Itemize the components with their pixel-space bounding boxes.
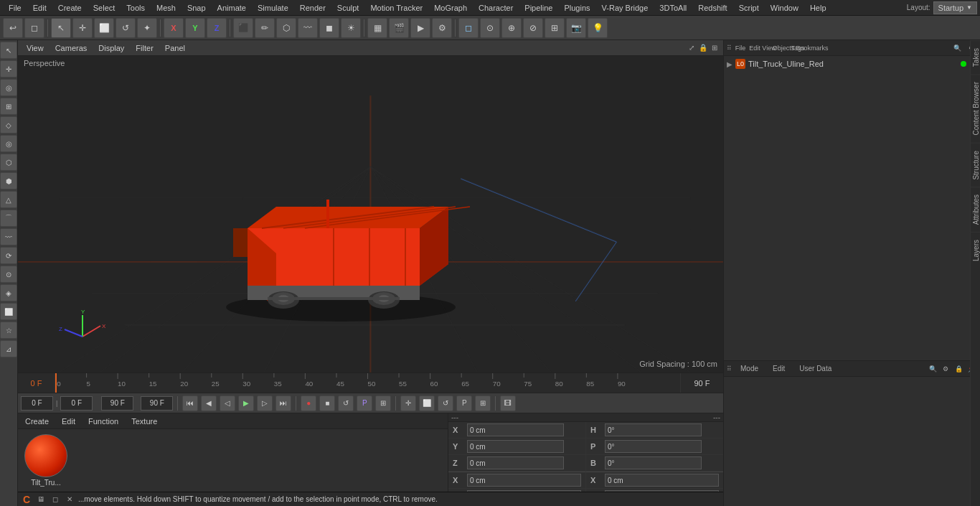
obj-header-bookmarks[interactable]: Bookmarks xyxy=(806,42,818,54)
frame-end2-input[interactable] xyxy=(141,396,173,411)
vp-menu-display[interactable]: Display xyxy=(93,42,130,54)
menu-mesh[interactable]: Mesh xyxy=(151,2,182,14)
left-tool-8[interactable]: ⬢ xyxy=(0,172,17,189)
coord-size-input-x[interactable] xyxy=(605,474,719,487)
frame-start-input[interactable] xyxy=(21,396,53,411)
menu-sculpt[interactable]: Sculpt xyxy=(331,2,365,14)
left-tool-6[interactable]: ◎ xyxy=(0,135,17,152)
obj-header-objects[interactable]: Objects xyxy=(778,42,789,54)
menu-render[interactable]: Render xyxy=(294,2,331,14)
vp-menu-view[interactable]: View xyxy=(21,42,50,54)
left-tool-10[interactable]: ⌒ xyxy=(0,210,17,227)
view-snapping-btn[interactable]: ⊕ xyxy=(501,18,522,38)
motion-clip-btn[interactable]: ⊞ xyxy=(375,395,391,411)
view-mirror-btn[interactable]: ⊘ xyxy=(523,18,543,38)
render-anim-btn[interactable]: ▶ xyxy=(410,18,430,38)
cam-btn[interactable]: ◼ xyxy=(319,18,339,38)
loop-btn[interactable]: ↺ xyxy=(338,395,354,411)
viewport-canvas[interactable]: X Y Z Perspective Grid Spacing : 100 cm xyxy=(18,56,723,373)
menu-redshift[interactable]: Redshift xyxy=(692,2,732,14)
light-btn[interactable]: ☀ xyxy=(341,18,361,38)
scale-transport-btn[interactable]: ⬜ xyxy=(419,395,435,411)
film-transport-btn[interactable]: 🎞 xyxy=(500,395,516,411)
select-tool-btn[interactable]: ↖ xyxy=(51,18,71,38)
x-axis-btn[interactable]: X xyxy=(164,18,184,38)
left-tool-arrow[interactable]: ↖ xyxy=(0,42,17,59)
frame-current-input[interactable] xyxy=(60,396,93,411)
transform-tool-btn[interactable]: ✦ xyxy=(137,18,157,38)
render-settings-btn[interactable]: ⚙ xyxy=(432,18,452,38)
render-pic-btn[interactable]: 🎬 xyxy=(389,18,409,38)
scale-tool-btn[interactable]: ⬜ xyxy=(94,18,114,38)
menu-window[interactable]: Window xyxy=(765,2,804,14)
coord-input-b[interactable] xyxy=(605,456,702,469)
material-item[interactable]: Tilt_Tru... xyxy=(21,434,71,487)
attr-tab-mode[interactable]: Mode xyxy=(735,363,764,374)
left-tool-16[interactable]: ☆ xyxy=(0,322,17,339)
record-btn[interactable]: ● xyxy=(301,395,316,411)
left-tool-9[interactable]: △ xyxy=(0,191,17,208)
redo-btn[interactable]: ◻ xyxy=(24,18,44,38)
left-tool-scale[interactable]: ⊞ xyxy=(0,98,17,115)
menu-character[interactable]: Character xyxy=(473,2,519,14)
frame-end-input[interactable] xyxy=(101,396,133,411)
object-item-truck[interactable]: ▶ L0 Tilt_Truck_Uline_Red xyxy=(724,56,980,72)
attr-search-icon[interactable]: 🔍 xyxy=(927,363,938,375)
left-tool-17[interactable]: ⊿ xyxy=(0,340,17,357)
vtab-structure[interactable]: Structure xyxy=(971,143,980,187)
menu-animate[interactable]: Animate xyxy=(212,2,252,14)
left-tool-11[interactable]: 〰 xyxy=(0,228,17,245)
coord-input-h[interactable] xyxy=(605,423,702,436)
menu-select[interactable]: Select xyxy=(88,2,121,14)
vp-menu-filter[interactable]: Filter xyxy=(130,42,159,54)
coord-input-z[interactable] xyxy=(467,456,564,469)
rotate-transport-btn[interactable]: ↺ xyxy=(438,395,453,411)
objects-list[interactable]: ▶ L0 Tilt_Truck_Uline_Red xyxy=(724,56,980,360)
attr-settings-icon[interactable]: ⚙ xyxy=(940,363,951,375)
status-close-icon[interactable]: ✕ xyxy=(64,494,75,505)
left-tool-move[interactable]: ✛ xyxy=(0,60,17,78)
menu-file[interactable]: File xyxy=(3,2,27,14)
render-region-btn[interactable]: ▦ xyxy=(367,18,387,38)
coord-input-y[interactable] xyxy=(467,440,564,453)
timeline-track[interactable]: 0 5 10 15 20 25 30 35 40 45 50 55 60 65 … xyxy=(55,373,680,393)
obj-header-search[interactable]: 🔍 xyxy=(951,42,963,54)
coord-input-p[interactable] xyxy=(605,440,702,453)
view-cam2-btn[interactable]: 📷 xyxy=(566,18,586,38)
deformer-btn[interactable]: 〰 xyxy=(298,18,318,38)
left-tool-rotate[interactable]: ◎ xyxy=(0,79,17,96)
go-to-start-btn[interactable]: ⏮ xyxy=(182,395,198,411)
step-fwd-btn[interactable]: ▷ xyxy=(257,395,273,411)
menu-create[interactable]: Create xyxy=(52,2,88,14)
view-persp-btn[interactable]: ◻ xyxy=(458,18,479,38)
obj-header-edit[interactable]: Edit xyxy=(749,42,760,54)
vtab-content-browser[interactable]: Content Browser xyxy=(971,74,980,142)
menu-edit[interactable]: Edit xyxy=(27,2,52,14)
play-fwd-btn[interactable]: ▶ xyxy=(238,395,254,411)
material-ball[interactable] xyxy=(24,434,67,477)
grid-transport-btn[interactable]: ⊞ xyxy=(475,395,491,411)
move-transport-btn[interactable]: ✛ xyxy=(400,395,416,411)
play-back-btn[interactable]: ◁ xyxy=(220,395,235,411)
attr-tab-userdata[interactable]: User Data xyxy=(793,363,837,374)
menu-vray[interactable]: V-Ray Bridge xyxy=(596,2,654,14)
view-grid-btn[interactable]: ⊞ xyxy=(545,18,565,38)
vtab-layers[interactable]: Layers xyxy=(971,232,980,268)
attr-tab-edit[interactable]: Edit xyxy=(767,363,791,374)
menu-snap[interactable]: Snap xyxy=(182,2,212,14)
view-nurbs2-btn[interactable]: ⊙ xyxy=(480,18,500,38)
stop-btn[interactable]: ■ xyxy=(319,395,335,411)
view-light2-btn[interactable]: 💡 xyxy=(588,18,608,38)
undo-btn[interactable]: ↩ xyxy=(3,18,23,38)
go-to-end-btn[interactable]: ⏭ xyxy=(275,395,291,411)
menu-pipeline[interactable]: Pipeline xyxy=(519,2,558,14)
pen-btn[interactable]: ✏ xyxy=(255,18,275,38)
mat-function[interactable]: Function xyxy=(84,416,123,427)
step-back-btn[interactable]: ◀ xyxy=(201,395,217,411)
param-transport-btn[interactable]: P xyxy=(456,395,472,411)
vp-icon-lock[interactable]: 🔒 xyxy=(697,42,709,54)
status-window-icon[interactable]: ◻ xyxy=(50,494,61,505)
mat-edit[interactable]: Edit xyxy=(57,416,80,427)
left-tool-14[interactable]: ◈ xyxy=(0,284,17,301)
vtab-attributes[interactable]: Attributes xyxy=(971,187,980,232)
